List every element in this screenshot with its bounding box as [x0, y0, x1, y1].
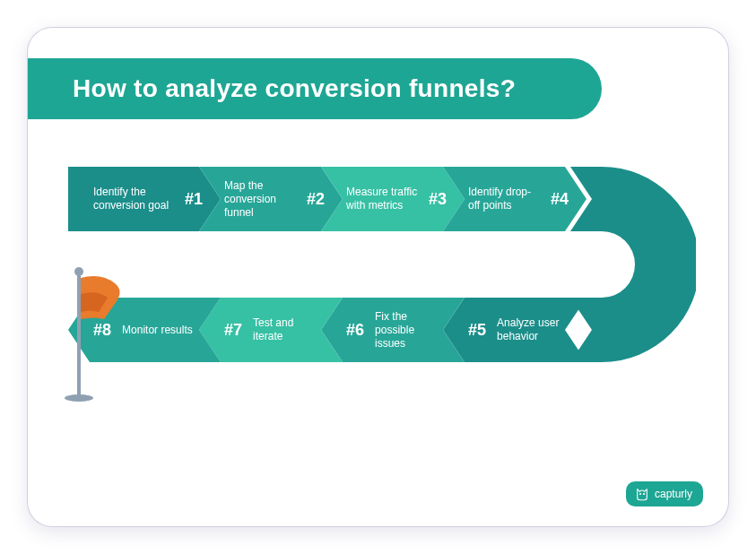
svg-point-9 — [74, 267, 83, 276]
brand-badge: capturly — [626, 481, 703, 506]
step-label: Identify drop-off points — [468, 186, 540, 212]
funnel-diagram: Identify the conversion goal #1 Map the … — [68, 167, 678, 427]
uturn-connector — [570, 167, 696, 362]
title-band: How to analyze conversion funnels? — [28, 58, 602, 119]
step-number: #7 — [224, 321, 242, 340]
step-arrow-7: #7 Test and iterate — [199, 298, 343, 362]
step-label: Test and iterate — [253, 316, 325, 343]
owl-icon — [635, 487, 649, 501]
step-label: Analyze user behavior — [497, 316, 569, 343]
step-label: Map the conversion funnel — [224, 179, 296, 220]
svg-point-10 — [65, 394, 93, 402]
step-label: Identify the conversion goal — [93, 186, 174, 212]
infographic-card: How to analyze conversion funnels? Ident… — [27, 27, 729, 527]
step-arrow-6: #6 Fix the possible issues — [321, 298, 465, 362]
step-number: #6 — [346, 321, 364, 340]
step-number: #4 — [551, 190, 569, 209]
brand-name: capturly — [655, 488, 692, 500]
step-number: #8 — [93, 321, 111, 340]
step-arrow-5: #5 Analyze user behavior — [443, 298, 587, 362]
title: How to analyze conversion funnels? — [73, 74, 516, 103]
step-label: Fix the possible issues — [375, 310, 447, 351]
step-label: Monitor results — [122, 324, 193, 337]
step-arrow-1: Identify the conversion goal #1 — [68, 167, 221, 231]
svg-point-12 — [643, 493, 645, 495]
svg-point-11 — [639, 493, 641, 495]
step-label: Measure traffic with metrics — [346, 186, 418, 212]
step-arrow-4: Identify drop-off points #4 — [443, 167, 587, 231]
step-number: #5 — [468, 321, 486, 340]
